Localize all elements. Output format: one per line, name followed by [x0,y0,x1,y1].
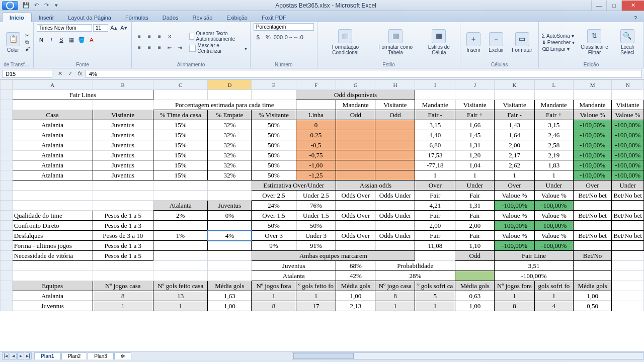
row-header[interactable] [1,90,13,100]
tab-formulas[interactable]: Fórmulas [118,13,155,22]
align-left-icon[interactable]: ≡ [135,43,144,52]
indent-inc-icon[interactable]: ⇥ [175,43,184,52]
fill-button[interactable]: ⬇ Preencher ▾ [542,40,575,45]
sheet-tab-new[interactable]: ✻ [114,352,131,359]
minimize-button[interactable]: — [591,1,606,11]
cell[interactable]: Fair Lines [12,90,153,100]
clear-button[interactable]: ⌫ Limpar ▾ [542,46,575,52]
ribbon-tabs: Início Inserir Layout da Página Fórmulas… [0,11,644,22]
align-mid-icon[interactable]: ≡ [145,32,154,41]
active-cell[interactable]: 4% [208,231,252,241]
enter-formula-icon[interactable]: ✓ [65,70,74,77]
save-icon[interactable]: 💾 [22,2,30,10]
wrap-text-button[interactable]: Quebrar Texto Automaticamente [189,31,247,42]
autosum-button[interactable]: Σ AutoSoma ▾ [542,33,575,39]
grow-font-icon[interactable]: A▴ [109,23,118,32]
cell[interactable]: Odd disponíveis [296,90,415,100]
redo-icon[interactable]: ↷ [42,2,50,10]
col-header[interactable]: E [252,80,296,90]
col-header[interactable]: K [495,80,535,90]
format-cells-button[interactable]: ▭Formatar [509,31,535,54]
col-header[interactable]: N [612,80,644,90]
dec-decimal-icon[interactable]: ←.0 [294,33,303,42]
maximize-button[interactable]: □ [606,1,621,11]
delete-cells-button[interactable]: －Excluir [486,31,507,54]
tab-exibicao[interactable]: Exibição [219,13,255,22]
format-table-button[interactable]: ▦Formatar como Tabela [372,28,419,56]
percent-icon[interactable]: % [264,33,273,42]
cell-styles-button[interactable]: ▦Estilos de Célula [421,28,457,56]
col-header[interactable]: F [296,80,336,90]
font-name-combo[interactable]: Times New Rom [37,24,92,32]
tab-revisao[interactable]: Revisão [186,13,220,22]
sheet-tab-plan1[interactable]: Plan1 [34,352,61,359]
sheet-tab-plan2[interactable]: Plan2 [61,352,88,359]
format-painter-icon[interactable]: 🖌 [25,46,30,52]
group-style: Estilo [320,61,457,68]
tab-dados[interactable]: Dados [155,13,186,22]
conditional-format-button[interactable]: ▦Formatação Condicional [320,28,370,56]
comma-icon[interactable]: 000 [274,33,283,42]
help-icon[interactable]: ? [631,14,640,22]
select-all-corner[interactable] [1,80,13,90]
name-box[interactable]: D15 [2,70,52,78]
inc-decimal-icon[interactable]: .0→ [284,33,293,42]
tab-inicio[interactable]: Início [2,13,32,22]
font-size-combo[interactable]: 11 [93,24,108,32]
sort-filter-button[interactable]: ⇅Classificar e Filtrar [577,28,612,56]
sheet-nav-next-icon[interactable]: ▸ [17,352,24,359]
paste-button[interactable]: 📋Colar [3,31,23,54]
spreadsheet-grid[interactable]: A B C D E F G H I J K L M N Fair Lines O… [0,79,644,351]
group-cells: Células [463,61,535,68]
cancel-formula-icon[interactable]: ✕ [55,70,64,77]
align-right-icon[interactable]: ≡ [155,43,164,52]
fill-color-button[interactable]: 🪣 [77,35,86,44]
align-center-icon[interactable]: ≡ [145,43,154,52]
underline-button[interactable]: S [57,35,66,44]
indent-dec-icon[interactable]: ⇤ [165,43,174,52]
col-header[interactable]: J [455,80,495,90]
italic-button[interactable]: I [47,35,56,44]
shrink-font-icon[interactable]: A▾ [119,23,128,32]
tab-layout[interactable]: Layout da Página [61,13,118,22]
formula-input[interactable]: 4% [86,70,642,78]
quick-access-toolbar: 💾 ↶ ↷ ▾ [22,2,60,10]
tab-inserir[interactable]: Inserir [32,13,61,22]
font-color-button[interactable]: A [87,35,96,44]
currency-icon[interactable]: $ [254,33,263,42]
col-header[interactable]: A [12,80,93,90]
border-button[interactable]: ▦ [67,35,76,44]
align-top-icon[interactable]: ≡ [135,32,144,41]
col-header[interactable]: C [153,80,208,90]
align-bot-icon[interactable]: ≡ [155,32,164,41]
col-header[interactable]: B [93,80,153,90]
col-header[interactable]: I [415,80,455,90]
group-number: Número [254,61,314,68]
insert-cells-button[interactable]: ＋Inserir [463,31,484,54]
copy-icon[interactable]: ⧉ [25,39,30,45]
find-select-button[interactable]: 🔍Locali Seleci [614,28,640,56]
horizontal-scrollbar[interactable] [292,352,644,359]
sheet-nav-prev-icon[interactable]: ◂ [10,352,17,359]
qat-more-icon[interactable]: ▾ [52,2,60,10]
close-button[interactable]: ✕ [621,1,644,11]
cut-icon[interactable]: ✂ [25,33,30,38]
col-header[interactable]: M [573,80,611,90]
merge-center-button[interactable]: Mesclar e Centralizar ▾ [189,43,247,54]
fx-icon[interactable]: fx [75,70,85,77]
sheet-tab-plan3[interactable]: Plan3 [88,352,114,359]
bold-button[interactable]: N [37,35,46,44]
number-format-combo[interactable]: Porcentagem [254,23,314,31]
tab-foxit[interactable]: Foxit PDF [255,13,293,22]
orientation-icon[interactable]: ⤭ [165,32,174,41]
col-header[interactable]: D [208,80,252,90]
group-editing: Edição [542,61,640,68]
undo-icon[interactable]: ↶ [32,2,40,10]
sheet-nav-first-icon[interactable]: |◂ [2,352,9,359]
office-button[interactable] [2,1,18,10]
sheet-nav-last-icon[interactable]: ▸| [25,352,32,359]
col-header[interactable]: H [375,80,415,90]
cell[interactable]: Porcentagem estimada para cada time [153,100,296,110]
col-header[interactable]: G [336,80,375,90]
col-header[interactable]: L [534,80,573,90]
